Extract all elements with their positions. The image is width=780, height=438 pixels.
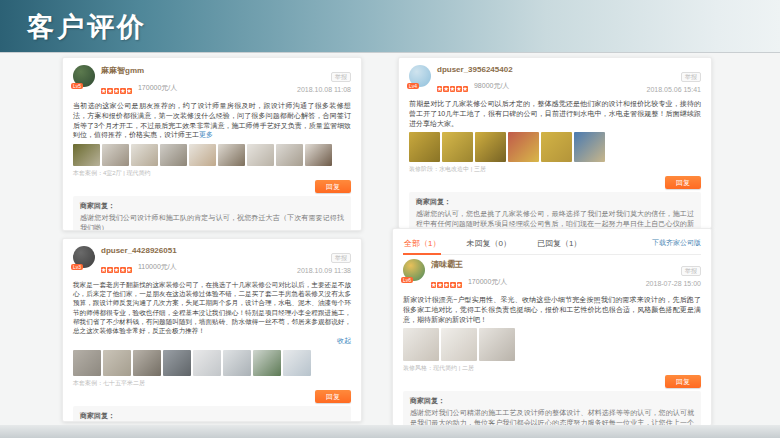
star-icon: ★ bbox=[120, 88, 125, 94]
review-photo[interactable] bbox=[574, 132, 605, 162]
star-icon: ★ bbox=[114, 88, 119, 94]
merchant-reply-box: 商家回复： 感谢您对我们公司设计师和施工队的肯定与认可，祝您乔迁大吉（下次有需要… bbox=[73, 196, 351, 231]
avatar[interactable]: Lv5 bbox=[73, 65, 95, 87]
tab-unreplied[interactable]: 未回复（0） bbox=[465, 236, 511, 254]
review-header: Lv4 dpuser_3956245402 ★★★★★ 98000元/人 举报 … bbox=[409, 65, 701, 95]
collapse-link[interactable]: 收起 bbox=[337, 337, 351, 344]
review-photo[interactable] bbox=[475, 132, 506, 162]
review-text: 当初选的这家公司是朋友推荐的，约了设计师量房很及时，跟设计师沟通了很多装修想法，… bbox=[73, 101, 351, 140]
more-link[interactable]: 更多 bbox=[199, 131, 213, 138]
level-badge: Lv4 bbox=[407, 83, 419, 89]
review-photo[interactable] bbox=[189, 144, 216, 166]
review-header: Lv6 清味霸王 ★★★★★ 170000元/人 举报 2018-07-28 1… bbox=[403, 259, 701, 291]
merchant-reply-text: 感谢您对我们公司设计师和施工队的肯定与认可，祝您乔迁大吉（下次有需要记得找我们哟… bbox=[80, 213, 344, 231]
avatar[interactable]: Lv4 bbox=[409, 65, 431, 87]
star-icon: ★ bbox=[120, 267, 125, 273]
review-photo[interactable] bbox=[305, 144, 332, 166]
photo-strip bbox=[73, 144, 351, 166]
star-icon: ★ bbox=[457, 282, 462, 288]
review-photo[interactable] bbox=[403, 328, 439, 361]
reply-button[interactable]: 回复 bbox=[665, 375, 701, 388]
merchant-reply-label: 商家回复： bbox=[410, 396, 694, 406]
review-text: 前期是对比了几家装修公司以后才定的，整体感觉还是他们家的设计和报价比较专业，接待… bbox=[409, 99, 701, 128]
case-caption: 装修阶段：水电改造中 | 三居 bbox=[409, 165, 701, 174]
price-per-person: 170000元/人 bbox=[468, 277, 507, 287]
case-caption: 装修风格：现代简约 | 二居 bbox=[403, 364, 701, 373]
review-card: Lv5 麻麻智gmm ★★★★★ 170000元/人 举报 2018.10.08… bbox=[62, 57, 362, 231]
review-photo[interactable] bbox=[163, 350, 191, 376]
slide-footer-band bbox=[0, 425, 780, 438]
review-photo[interactable] bbox=[73, 350, 101, 376]
star-rating: ★★★★★ bbox=[101, 79, 133, 97]
star-icon: ★ bbox=[463, 86, 468, 92]
username[interactable]: 清味霸王 bbox=[431, 259, 646, 270]
download-app-link[interactable]: 下载齐家公司版 bbox=[652, 238, 701, 252]
review-photo[interactable] bbox=[283, 350, 311, 376]
review-text: 我家是一套老房子翻新找的这家装修公司了，在挑选了十几家装修公司对比以后，主要还是… bbox=[73, 280, 351, 335]
review-photo[interactable] bbox=[441, 328, 477, 361]
review-date: 2018.10.09 11:38 bbox=[297, 267, 351, 274]
review-photo[interactable] bbox=[541, 132, 572, 162]
star-icon: ★ bbox=[450, 86, 455, 92]
price-per-person: 170000元/人 bbox=[138, 83, 177, 93]
price-per-person: 110000元/人 bbox=[138, 262, 177, 272]
review-photo[interactable] bbox=[223, 350, 251, 376]
star-icon: ★ bbox=[107, 267, 112, 273]
merchant-reply-box: 商家回复： 感谢您对我们公司精湛的施工工艺及设计师的整体设计、材料选择等等的认可… bbox=[403, 391, 701, 426]
merchant-reply-box: 商家回复： 感谢您的认可，您也是挑了几家装修公司，最终选择了我们是对我们莫大的信… bbox=[409, 192, 701, 229]
review-photo[interactable] bbox=[442, 132, 473, 162]
review-photo[interactable] bbox=[247, 144, 274, 166]
photo-strip bbox=[403, 328, 701, 361]
merchant-reply-box: 商家回复： 感谢您对我们公司设计师以及项目经理小李的认可，最终选择了我们是对我们… bbox=[73, 406, 351, 422]
star-icon: ★ bbox=[127, 88, 132, 94]
price-per-person: 98000元/人 bbox=[474, 81, 509, 91]
username[interactable]: dpuser_3956245402 bbox=[437, 65, 647, 74]
reply-button[interactable]: 回复 bbox=[665, 176, 701, 189]
review-photo[interactable] bbox=[193, 350, 221, 376]
review-photo[interactable] bbox=[102, 144, 129, 166]
star-icon: ★ bbox=[127, 267, 132, 273]
photo-strip bbox=[409, 132, 701, 162]
review-header: Lv5 麻麻智gmm ★★★★★ 170000元/人 举报 2018.10.08… bbox=[73, 65, 351, 97]
review-photo[interactable] bbox=[73, 144, 100, 166]
reply-button[interactable]: 回复 bbox=[315, 390, 351, 403]
review-photo[interactable] bbox=[133, 350, 161, 376]
star-rating: ★★★★★ bbox=[431, 273, 463, 291]
merchant-reply-label: 商家回复： bbox=[416, 197, 694, 207]
review-photo[interactable] bbox=[218, 144, 245, 166]
report-button[interactable]: 举报 bbox=[331, 253, 351, 263]
merchant-reply-label: 商家回复： bbox=[80, 201, 344, 211]
username[interactable]: 麻麻智gmm bbox=[101, 65, 297, 76]
report-button[interactable]: 举报 bbox=[681, 266, 701, 276]
star-icon: ★ bbox=[101, 267, 106, 273]
review-card: Lv4 dpuser_3956245402 ★★★★★ 98000元/人 举报 … bbox=[398, 57, 712, 229]
slide: 客户评价 Lv5 麻麻智gmm ★★★★★ 170000元/人 举报 2018.… bbox=[0, 0, 780, 438]
report-button[interactable]: 举报 bbox=[681, 72, 701, 82]
review-photo[interactable] bbox=[160, 144, 187, 166]
star-icon: ★ bbox=[450, 282, 455, 288]
star-icon: ★ bbox=[437, 86, 442, 92]
star-icon: ★ bbox=[437, 282, 442, 288]
review-photo[interactable] bbox=[131, 144, 158, 166]
star-icon: ★ bbox=[107, 88, 112, 94]
reply-button[interactable]: 回复 bbox=[315, 180, 351, 193]
star-icon: ★ bbox=[114, 267, 119, 273]
avatar[interactable]: Lv3 bbox=[73, 246, 95, 268]
review-photo[interactable] bbox=[508, 132, 539, 162]
merchant-reply-text: 感谢您的认可，您也是挑了几家装修公司，最终选择了我们是对我们莫大的信任，施工过程… bbox=[416, 209, 694, 229]
review-photo[interactable] bbox=[479, 328, 515, 361]
level-badge: Lv3 bbox=[71, 264, 83, 270]
tab-all[interactable]: 全部（1） bbox=[403, 236, 441, 254]
username[interactable]: dpuser_4428926051 bbox=[101, 246, 297, 255]
avatar[interactable]: Lv6 bbox=[403, 259, 425, 281]
slide-header: 客户评价 bbox=[0, 0, 780, 53]
review-photo[interactable] bbox=[276, 144, 303, 166]
tab-replied[interactable]: 已回复（1） bbox=[536, 236, 582, 254]
review-photo[interactable] bbox=[103, 350, 131, 376]
review-date: 2018.10.08 11:08 bbox=[297, 86, 351, 93]
case-caption: 本套案例：七十五平米二居 bbox=[73, 379, 351, 388]
review-photo[interactable] bbox=[409, 132, 440, 162]
star-icon: ★ bbox=[456, 86, 461, 92]
review-photo[interactable] bbox=[253, 350, 281, 376]
report-button[interactable]: 举报 bbox=[331, 72, 351, 82]
